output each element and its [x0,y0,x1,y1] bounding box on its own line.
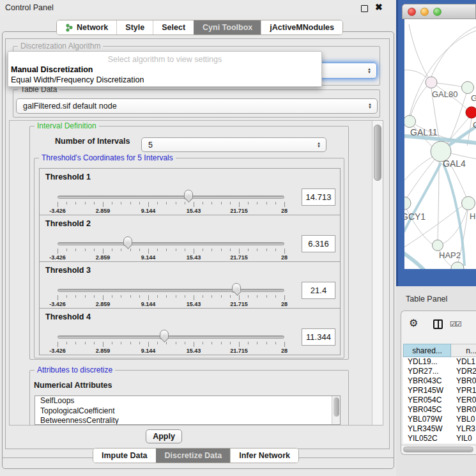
tick-mark [139,342,140,344]
table-row[interactable]: YDR27...YDR2 [403,367,476,376]
gear-icon[interactable]: ⚙ [409,317,418,329]
table-row[interactable]: YBR043CYBR0 [403,376,476,386]
cell-shared-name[interactable]: YBR045C [403,405,451,415]
close-traffic-light-icon[interactable] [408,8,416,16]
cell-name[interactable]: YDL1 [451,357,476,367]
table-data-combobox[interactable]: galFiltered.sif default node ▲▼ [16,98,378,114]
checkboxes-icon[interactable]: ☑☑ [450,320,461,328]
tab-cyni-toolbox[interactable]: Cyni Toolbox [194,20,261,35]
tick-mark [166,249,167,251]
apply-button[interactable]: Apply [146,429,182,443]
table-horizontal-scrollbar[interactable] [401,445,476,452]
cell-shared-name[interactable]: YLR345W [403,424,451,434]
network-node[interactable] [451,262,464,269]
main-scrollbar[interactable] [372,121,383,425]
network-node[interactable] [462,197,475,210]
table-row[interactable]: YBL079WYBL0 [403,415,476,424]
cell-name[interactable]: YER0 [451,395,476,405]
tick-mark [284,249,285,254]
tick-mark [66,202,67,204]
threshold-value-field[interactable]: 6.316 [302,235,335,252]
algorithm-dropdown-popup: Select algorithm to view settings Manual… [8,51,322,87]
tick-mark [194,202,194,207]
cell-shared-name[interactable]: YBL079W [403,415,451,424]
close-icon[interactable]: ✖ [375,2,383,12]
network-view-canvas[interactable]: GAL80GAL11GAL4GCY1HAP2GACH [404,19,476,269]
cell-name[interactable]: YBR0 [451,376,476,386]
cell-shared-name[interactable]: YER054C [403,395,451,405]
table-row[interactable]: YER054CYER0 [403,395,476,405]
scrollbar-thumb[interactable] [334,397,339,417]
columns-icon[interactable] [433,319,443,329]
tab-style[interactable]: Style [116,20,153,35]
tick-label: 21.715 [230,254,248,261]
tab-network[interactable]: Network [57,20,116,35]
tick-mark [148,295,149,300]
threshold-value-field[interactable]: 21.4 [302,282,335,299]
tab-jactivemnodules[interactable]: jActiveMNodules [261,20,342,35]
table-row[interactable]: YLR345WYLR3 [403,424,476,434]
cell-name[interactable]: YBL0 [451,415,476,424]
slider-handle[interactable] [160,330,169,339]
network-node-selected[interactable] [466,107,476,118]
list-scrollbar[interactable] [332,396,340,424]
tab-infer-network[interactable]: Infer Network [230,449,298,463]
slider-track[interactable] [58,335,284,339]
tab-select[interactable]: Select [153,20,194,35]
threshold-value-field[interactable]: 14.713 [302,188,335,206]
cell-shared-name[interactable]: YPR145W [403,386,451,395]
minimize-traffic-light-icon[interactable] [420,8,429,16]
dropdown-option-manual[interactable]: Manual Discretization [11,65,93,74]
threshold-value-field[interactable]: 11.344 [302,328,335,346]
tick-mark [230,249,231,251]
table-panel: ⚙ ☑☑ shared... n... YDL19...YDL1YDR27...… [401,311,476,455]
table-panel-title: Table Panel [406,295,447,303]
cell-name[interactable]: YLR3 [451,424,476,434]
table-row[interactable]: YBR045CYBR0 [403,405,476,415]
slider-track[interactable] [58,289,284,292]
tick-label: 28 [281,208,288,214]
tick-mark [85,202,86,204]
slider-handle[interactable] [232,283,241,293]
dropdown-option-equal-width[interactable]: Equal Width/Frequency Discretization [11,75,144,84]
tick-mark [130,249,131,251]
network-node[interactable] [426,77,437,88]
cell-shared-name[interactable]: YBR043C [403,376,451,386]
spinner-arrows-icon: ▲▼ [367,68,371,74]
numerical-attributes-list[interactable]: SelfLoopsTopologicalCoefficientBetweenne… [35,395,341,425]
column-header-shared-name[interactable]: shared... [403,344,451,357]
tab-discretize-data[interactable]: Discretize Data [156,449,231,463]
slider-track[interactable] [58,196,284,199]
network-node[interactable] [404,197,411,210]
table-row[interactable]: YDL19...YDL1 [403,357,476,367]
tick-mark [94,342,95,344]
cell-shared-name[interactable]: YDL19... [403,357,451,367]
cell-shared-name[interactable]: YIL052C [403,434,451,443]
scrollbar-thumb[interactable] [403,447,473,452]
tick-mark [130,295,131,298]
float-window-icon[interactable] [361,5,368,12]
list-item[interactable]: SelfLoops [35,396,340,406]
table-row[interactable]: YPR145WYPR1 [403,386,476,395]
list-item[interactable]: TopologicalCoefficient [35,406,340,417]
zoom-traffic-light-icon[interactable] [433,8,441,16]
table-row[interactable]: YIL052CYIL0 [403,434,476,443]
cell-name[interactable]: YBR0 [451,405,476,415]
cell-name[interactable]: YIL0 [451,434,476,443]
network-node[interactable] [462,82,474,94]
num-intervals-combobox[interactable]: 5 ▲▼ [141,137,326,152]
network-node[interactable] [404,116,416,128]
slider-handle[interactable] [184,190,193,199]
tab-impute-data[interactable]: Impute Data [93,449,156,463]
network-node[interactable] [433,240,443,251]
slider-handle[interactable] [123,236,132,246]
list-item[interactable]: BetweennessCentrality [35,416,340,425]
cell-shared-name[interactable]: YDR27... [403,367,451,376]
tick-mark [185,295,185,298]
column-header-name[interactable]: n... [451,344,476,357]
threshold-label: Threshold 2 [45,219,91,228]
slider-track[interactable] [58,242,284,245]
cell-name[interactable]: YPR1 [451,386,476,395]
scrollbar-thumb[interactable] [374,125,381,181]
cell-name[interactable]: YDR2 [451,367,476,376]
